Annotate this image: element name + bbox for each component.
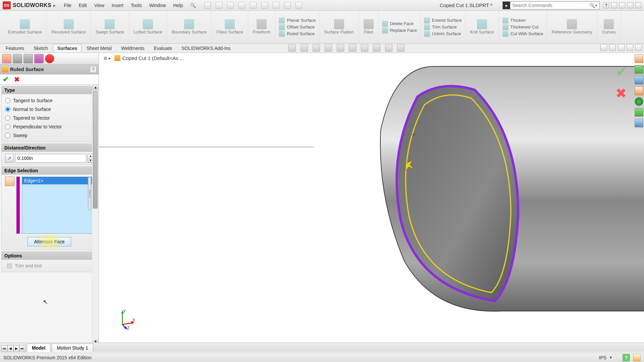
scroll-thumb[interactable] bbox=[93, 91, 98, 208]
planar-surface-button[interactable]: Planar Surface bbox=[279, 17, 316, 23]
confirm-cancel-icon[interactable]: ✖ bbox=[615, 85, 628, 101]
tab-last-icon[interactable]: ⏭ bbox=[19, 345, 25, 352]
new-icon[interactable] bbox=[204, 2, 211, 9]
feature-manager-tab-icon[interactable] bbox=[2, 54, 11, 63]
status-help-icon[interactable]: ? bbox=[623, 354, 630, 361]
edge-item[interactable]: Edge<1> bbox=[22, 177, 93, 184]
view-palette-tab-icon[interactable] bbox=[635, 86, 643, 95]
undo-icon[interactable] bbox=[250, 2, 257, 9]
tab-evaluate[interactable]: Evaluate bbox=[150, 44, 176, 52]
hide-show-icon[interactable] bbox=[361, 44, 368, 52]
zoom-fit-icon[interactable] bbox=[288, 44, 296, 52]
extruded-surface-button[interactable]: Extruded Surface bbox=[3, 11, 47, 43]
section-distance-header[interactable]: Distance/Direction⌃ bbox=[2, 144, 97, 152]
view-settings-icon[interactable] bbox=[397, 44, 405, 52]
tab-next-icon[interactable]: ▶ bbox=[13, 345, 19, 352]
pm-cancel-button[interactable]: ✖ bbox=[14, 75, 20, 83]
dimxpert-manager-tab-icon[interactable] bbox=[34, 54, 44, 63]
menu-view[interactable]: View bbox=[94, 3, 104, 8]
units-dropdown-icon[interactable]: ▼ bbox=[609, 356, 612, 359]
knit-surface-button[interactable]: Knit Surface bbox=[466, 11, 499, 43]
viewport-expand-left-icon[interactable] bbox=[600, 44, 607, 51]
menu-tools[interactable]: Tools bbox=[131, 3, 142, 8]
restore-icon[interactable] bbox=[619, 2, 625, 8]
section-options-header[interactable]: Options⌃ bbox=[2, 252, 97, 260]
edit-appearance-icon[interactable] bbox=[373, 44, 380, 52]
filled-surface-button[interactable]: Filled Surface bbox=[212, 11, 248, 43]
maximize-icon[interactable] bbox=[627, 2, 633, 8]
search-commands[interactable]: ▸ 🔍▾ bbox=[502, 1, 600, 9]
radio-tangent[interactable]: Tangent to Surface bbox=[5, 96, 94, 105]
search-input[interactable] bbox=[510, 3, 589, 8]
search-icon[interactable]: 🔍▾ bbox=[589, 3, 597, 8]
status-badge-icon[interactable] bbox=[633, 354, 641, 361]
panel-splitter[interactable] bbox=[88, 177, 91, 210]
select-icon[interactable] bbox=[261, 2, 268, 9]
tab-sketch[interactable]: Sketch bbox=[29, 44, 52, 52]
tab-features[interactable]: Features bbox=[1, 44, 29, 52]
radio-normal[interactable]: Normal to Surface bbox=[5, 105, 94, 114]
options-icon[interactable] bbox=[284, 2, 291, 9]
tab-surfaces[interactable]: Surfaces bbox=[53, 44, 82, 52]
configuration-manager-tab-icon[interactable] bbox=[23, 54, 33, 63]
section-edge-header[interactable]: Edge Selection⌃ bbox=[2, 167, 97, 175]
viewport-minimize-icon[interactable] bbox=[618, 44, 625, 51]
cut-with-surface-button[interactable]: Cut With Surface bbox=[502, 31, 543, 37]
pm-ok-button[interactable]: ✔ bbox=[3, 75, 9, 84]
lofted-surface-button[interactable]: Lofted Surface bbox=[129, 11, 167, 43]
appearances-tab-icon[interactable] bbox=[635, 97, 643, 106]
edge-select-icon[interactable] bbox=[5, 177, 14, 186]
distance-input[interactable] bbox=[15, 154, 86, 163]
tab-prev-icon[interactable]: ◀ bbox=[7, 345, 13, 352]
tab-sheet-metal[interactable]: Sheet Metal bbox=[82, 44, 116, 52]
delete-face-button[interactable]: Delete Face bbox=[382, 21, 417, 27]
viewport-maximize-icon[interactable] bbox=[627, 44, 633, 51]
viewport-expand-right-icon[interactable] bbox=[609, 44, 616, 51]
tree-expand-icon[interactable]: ⊞ ▸ bbox=[104, 56, 111, 61]
reverse-direction-icon[interactable]: ↗ bbox=[5, 154, 14, 163]
extend-surface-button[interactable]: Extend Surface bbox=[424, 17, 462, 23]
display-style-icon[interactable] bbox=[349, 44, 356, 52]
file-explorer-tab-icon[interactable] bbox=[635, 76, 643, 84]
boundary-surface-button[interactable]: Boundary Surface bbox=[167, 11, 212, 43]
freeform-button[interactable]: Freeform bbox=[248, 11, 276, 43]
minimize-icon[interactable] bbox=[611, 2, 617, 8]
thickened-cut-button[interactable]: Thickened Cut bbox=[502, 24, 543, 30]
display-manager-tab-icon[interactable] bbox=[45, 54, 54, 63]
open-icon[interactable] bbox=[216, 2, 222, 9]
menu-window[interactable]: Window bbox=[149, 3, 166, 8]
edge-list[interactable]: Edge<1> bbox=[22, 177, 94, 234]
tab-weldments[interactable]: Weldments bbox=[117, 44, 149, 52]
thicken-button[interactable]: Thicken bbox=[502, 17, 543, 23]
tab-motion-study[interactable]: Motion Study 1 bbox=[52, 344, 93, 352]
fillet-button[interactable]: Fillet bbox=[359, 11, 379, 43]
help-icon[interactable]: ? bbox=[603, 2, 609, 8]
view-orientation-icon[interactable] bbox=[337, 44, 344, 52]
confirm-ok-icon[interactable]: ✔ bbox=[615, 63, 628, 80]
radio-sweep[interactable]: Sweep bbox=[5, 131, 94, 140]
units-indicator[interactable]: IPS bbox=[599, 355, 607, 360]
menu-help[interactable]: Help bbox=[173, 3, 183, 8]
radio-perpendicular[interactable]: Perpendicular to Vector bbox=[5, 122, 94, 131]
breadcrumb-text[interactable]: Coped Cut 1 (Default<As ... bbox=[122, 55, 184, 61]
custom-props-tab-icon[interactable] bbox=[635, 108, 643, 117]
ruled-surface-button[interactable]: Ruled Surface bbox=[279, 31, 316, 37]
reference-geometry-button[interactable]: Reference Geometry bbox=[547, 11, 597, 43]
close-icon[interactable] bbox=[635, 2, 641, 8]
radio-tapered[interactable]: Tapered to Vector bbox=[5, 114, 94, 122]
scroll-up-icon[interactable]: ▲ bbox=[92, 84, 99, 90]
view-triad[interactable]: Y X Z bbox=[116, 309, 136, 329]
print-icon[interactable] bbox=[238, 2, 245, 9]
apply-scene-icon[interactable] bbox=[385, 44, 392, 52]
resources-tab-icon[interactable] bbox=[635, 54, 643, 63]
tab-first-icon[interactable]: ⏮ bbox=[1, 345, 7, 352]
untrim-surface-button[interactable]: Untrim Surface bbox=[424, 31, 462, 37]
flyout-feature-tree[interactable]: ⊞ ▸ Coped Cut 1 (Default<As ... bbox=[104, 55, 184, 61]
trim-knit-checkbox[interactable]: Trim and knit bbox=[5, 262, 94, 270]
zoom-area-icon[interactable] bbox=[301, 44, 308, 52]
swept-surface-button[interactable]: Swept Surface bbox=[91, 11, 129, 43]
section-type-header[interactable]: Type⌃ bbox=[2, 86, 97, 94]
section-view-icon[interactable] bbox=[325, 44, 332, 52]
curves-button[interactable]: Curves bbox=[597, 11, 621, 43]
design-library-tab-icon[interactable] bbox=[635, 65, 643, 74]
